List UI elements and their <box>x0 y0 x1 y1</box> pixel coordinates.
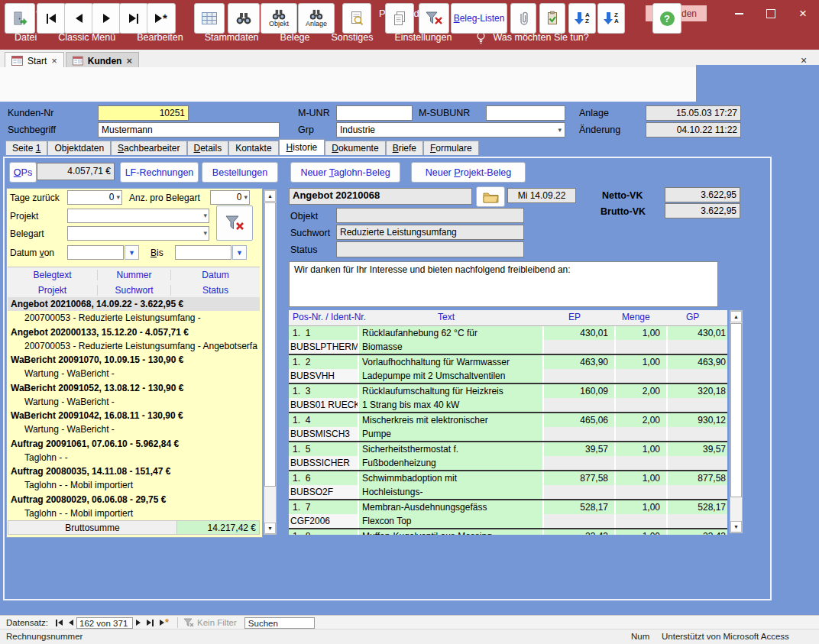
attachment-button[interactable] <box>510 3 536 34</box>
sort-descending-button[interactable]: ZA <box>597 3 625 34</box>
new-record-button[interactable]: * <box>147 3 176 34</box>
col-gp[interactable]: GP <box>686 312 699 322</box>
col-menge[interactable]: Menge <box>622 312 650 322</box>
col-datum[interactable]: Datum <box>171 270 260 280</box>
left-list-scrollbar[interactable]: ▲ ▼ <box>264 189 277 535</box>
col-nummer[interactable]: Nummer <box>98 270 171 280</box>
list-item[interactable]: Auftrag 20091061, 07.06.10 - 5.962,84 €T… <box>8 437 260 465</box>
search-objekt-button[interactable]: Objekt <box>261 3 297 34</box>
next-record-button[interactable] <box>92 3 121 34</box>
neuer-taglohn-beleg-button[interactable]: Neuer Taglohn-Beleg <box>290 162 400 183</box>
remove-filter-button[interactable] <box>419 3 449 34</box>
tasks-button[interactable] <box>539 3 565 34</box>
nav-last-record-button[interactable] <box>144 616 157 629</box>
table-row[interactable]: 1. 2BUBSVHH Vorlaufhochhaltung für Warmw… <box>289 355 727 384</box>
table-row[interactable]: 1. 8 Muffen-Kugelventil aus Messing 23,4… <box>289 529 727 535</box>
tab-kunden-close-icon[interactable]: × <box>126 56 132 66</box>
list-item[interactable]: Auftrag 20080035, 14.11.08 - 151,47 €Tag… <box>8 464 260 493</box>
m-unr-field[interactable] <box>336 105 413 121</box>
print-preview-button[interactable] <box>342 3 371 34</box>
table-row[interactable]: 1. 3BUBS01 RUECKUM Rücklaufumschaltung f… <box>289 384 727 413</box>
suchbegriff-field[interactable]: Mustermann <box>98 122 280 138</box>
scroll-up-icon[interactable]: ▲ <box>730 311 742 322</box>
scroll-down-icon[interactable]: ▼ <box>264 523 276 534</box>
copy-button[interactable] <box>385 3 414 34</box>
previous-record-button[interactable] <box>64 3 93 34</box>
maximize-button[interactable] <box>755 0 787 28</box>
table-row[interactable]: 1. 6BUBSO2F Schwimmbadoption mitHochleis… <box>289 471 727 500</box>
list-item[interactable]: Angebot 20210068, 14.09.22 - 3.622,95 €2… <box>8 297 260 325</box>
tage-zurueck-combobox[interactable]: 0▾ <box>67 190 122 205</box>
list-item[interactable]: WaBericht 20091070, 10.09.15 - 130,90 €W… <box>8 353 260 381</box>
bis-dropdown-icon[interactable]: ▼ <box>232 245 247 260</box>
clear-filter-button[interactable] <box>216 205 253 241</box>
help-button[interactable]: ? <box>652 3 681 34</box>
beleg-title-field[interactable]: Angebot 20210068 <box>289 188 472 205</box>
grp-combobox[interactable]: Industrie ▾ <box>336 122 565 138</box>
list-item[interactable]: Angebot 202000133, 15.12.20 - 4.057,71 €… <box>8 325 260 354</box>
tab-objektdaten[interactable]: Objektdaten <box>47 141 111 155</box>
scroll-down-icon[interactable]: ▼ <box>730 521 742 532</box>
col-projekt[interactable]: Projekt <box>8 285 98 296</box>
ops-button[interactable]: OPs <box>9 162 37 183</box>
scrollbar-track[interactable] <box>730 322 742 521</box>
datum-von-dropdown-icon[interactable]: ▼ <box>125 245 139 260</box>
tab-sachbearbeiter[interactable]: Sachbearbeiter <box>111 141 186 155</box>
last-record-button[interactable] <box>119 3 148 34</box>
scrollbar-thumb[interactable] <box>264 202 276 487</box>
bestellungen-button[interactable]: Bestellungen <box>202 162 278 183</box>
exit-button[interactable] <box>5 3 35 34</box>
col-belegtext[interactable]: Belegtext <box>8 270 98 280</box>
search-anlage-button[interactable]: Anlage <box>298 3 335 34</box>
chevron-down-icon[interactable]: ▾ <box>244 191 248 204</box>
col-text[interactable]: Text <box>438 312 455 322</box>
chevron-down-icon[interactable]: ▾ <box>558 124 562 136</box>
list-item[interactable]: WaBericht 20091042, 16.08.11 - 130,90 €W… <box>8 409 260 437</box>
record-search-input[interactable]: Suchen <box>244 617 315 629</box>
tab-kontakte[interactable]: Kontakte <box>228 141 278 155</box>
tab-start-close-icon[interactable]: × <box>51 56 57 66</box>
minimize-button[interactable] <box>723 0 755 28</box>
table-row[interactable]: 1. 5BUBSSICHER Sicherheitsthermostat f.F… <box>289 442 727 471</box>
scrollbar-track[interactable] <box>264 202 276 523</box>
nav-new-record-button[interactable]: * <box>157 616 172 629</box>
projekt-combobox[interactable]: ▾ <box>67 209 209 223</box>
no-filter-indicator[interactable]: Kein Filter <box>183 618 237 627</box>
positions-table-scrollbar[interactable]: ▲ ▼ <box>730 310 743 533</box>
tab-historie[interactable]: Historie <box>279 139 325 155</box>
belegart-combobox[interactable]: ▾ <box>67 226 209 241</box>
record-position-field[interactable]: 162 von 371 <box>76 617 133 629</box>
tab-briefe[interactable]: Briefe <box>386 141 423 155</box>
tab-formulare[interactable]: Formulare <box>423 141 479 155</box>
beleg-listen-button[interactable]: Beleg-Listen <box>451 3 507 34</box>
col-pos-ident[interactable]: Pos-Nr. / Ident-Nr. <box>293 312 366 322</box>
chevron-down-icon[interactable]: ▾ <box>116 191 120 204</box>
status-field[interactable] <box>336 241 524 257</box>
neuer-projekt-beleg-button[interactable]: Neuer Projekt-Beleg <box>411 162 526 183</box>
bis-field[interactable] <box>175 245 231 260</box>
scrollbar-thumb[interactable] <box>730 323 742 497</box>
col-status[interactable]: Status <box>171 285 260 296</box>
chevron-down-icon[interactable]: ▾ <box>203 209 207 222</box>
nav-previous-record-button[interactable] <box>66 616 76 629</box>
objekt-field[interactable] <box>336 208 524 223</box>
kunden-nr-field[interactable]: 10251 <box>98 105 189 121</box>
nav-first-record-button[interactable] <box>53 616 66 629</box>
datum-von-field[interactable] <box>67 245 124 260</box>
chevron-down-icon[interactable]: ▾ <box>203 227 207 240</box>
col-suchwort[interactable]: Suchwort <box>98 285 171 296</box>
tab-details[interactable]: Details <box>187 141 229 155</box>
close-button[interactable]: × <box>787 0 819 28</box>
search-button[interactable] <box>228 3 260 34</box>
suchwort-field[interactable]: Reduzierte Leistungsumfang <box>336 225 524 240</box>
intro-text-box[interactable]: Wir danken für Ihr Interesse und bieten … <box>289 261 718 307</box>
first-record-button[interactable] <box>37 3 66 34</box>
table-row[interactable]: 1. 1BUBSLPTHERM62 Rücklaufanhebung 62 °C… <box>289 326 727 355</box>
col-ep[interactable]: EP <box>568 312 581 322</box>
tab-seite1[interactable]: Seite 1 <box>5 141 47 155</box>
table-row[interactable]: 1. 4BUBSMISCH3 Mischerkreis mit elektron… <box>289 413 727 442</box>
m-subunr-field[interactable] <box>486 105 565 121</box>
table-row[interactable]: 1. 7CGF2006 Membran-AusdehnungsgefässFle… <box>289 500 727 529</box>
scroll-up-icon[interactable]: ▲ <box>264 190 276 202</box>
lf-rechnungen-button[interactable]: LF-Rechnungen <box>120 162 199 183</box>
